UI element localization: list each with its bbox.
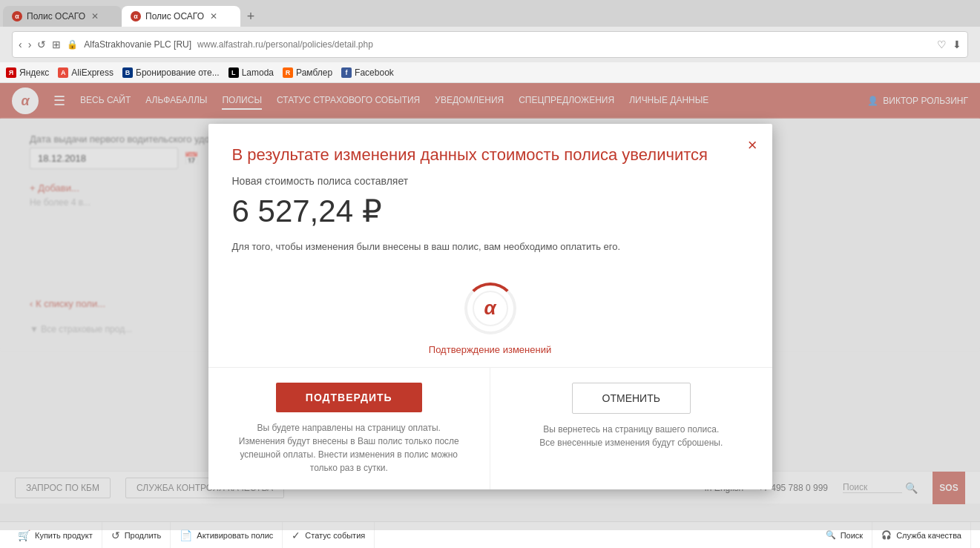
download-icon[interactable]: ⬇ (953, 39, 961, 50)
renew-icon: ↺ (111, 529, 120, 541)
modal-close-button[interactable]: × (748, 136, 757, 155)
spinner-container: α (461, 279, 520, 338)
back-button[interactable]: ‹ (19, 39, 22, 50)
toolbar-status-label: Статус события (305, 531, 365, 540)
cancel-note: Вы вернетесь на страницу вашего полиса. … (539, 423, 723, 449)
toolbar-search-label: Поиск (841, 531, 863, 540)
bookmark-lamoda[interactable]: L Lamoda (228, 67, 274, 78)
modal-footer: ПОДТВЕРДИТЬ Вы будете направлены на стра… (208, 367, 772, 489)
bookmark-facebook[interactable]: f Facebook (341, 67, 394, 78)
toolbar-activate-label: Активировать полис (197, 531, 273, 540)
toolbar-service-label: Служба качества (896, 531, 961, 540)
bookmark-aliexpress-icon: A (58, 67, 68, 78)
bookmark-facebook-label: Facebook (355, 67, 394, 78)
tab-2-label: Полис ОСАГО (145, 11, 204, 22)
modal-body: Новая стоимость полиса составляет 6 527,… (208, 175, 772, 267)
buy-icon: 🛒 (18, 529, 30, 541)
bookmark-lamoda-icon: L (228, 67, 239, 78)
address-bar: ‹ › ↺ ⊞ 🔒 AlfaStrakhovanie PLC [RU] www.… (12, 31, 968, 58)
bookmarks-bar: Я Яндекс A AliExpress B Бронирование оте… (0, 62, 980, 83)
toolbar-search-icon: 🔍 (826, 530, 836, 540)
bookmark-yandex-label: Яндекс (19, 67, 49, 78)
cancel-button[interactable]: ОТМЕНИТЬ (572, 383, 691, 414)
bookmark-rambler-label: Рамблер (296, 67, 332, 78)
bookmark-booking[interactable]: B Бронирование оте... (122, 67, 220, 78)
refresh-button[interactable]: ↺ (37, 39, 46, 50)
tab-2-favicon: α (131, 11, 141, 22)
activate-icon: 📄 (180, 529, 192, 541)
home-button[interactable]: ⊞ (52, 39, 61, 50)
address-actions: ♡ ⬇ (937, 39, 961, 50)
spinner-logo: α (473, 291, 508, 326)
modal-dialog: × В результате изменения данных стоимост… (208, 124, 772, 489)
modal-note: Для того, чтобы изменения были внесены в… (232, 241, 749, 252)
modal-subtitle: Новая стоимость полиса составляет (232, 175, 749, 187)
modal-title: В результате изменения данных стоимость … (232, 145, 749, 166)
tab-2[interactable]: α Полис ОСАГО ✕ (122, 6, 240, 27)
modal-header: В результате изменения данных стоимость … (208, 124, 772, 175)
bookmark-yandex-icon: Я (6, 67, 16, 78)
forward-button[interactable]: › (28, 39, 32, 50)
bookmark-facebook-icon: f (341, 67, 352, 78)
modal-loading: α Подтверждение изменений (208, 267, 772, 367)
bookmark-rambler-icon: R (283, 67, 293, 78)
bookmark-lamoda-label: Lamoda (242, 67, 274, 78)
confirm-button[interactable]: ПОДТВЕРДИТЬ (276, 383, 422, 412)
tab-bar: α Полис ОСАГО ✕ α Полис ОСАГО ✕ + (0, 0, 980, 27)
spinner-logo-text: α (484, 297, 496, 320)
tab-1-label: Полис ОСАГО (27, 11, 85, 22)
toolbar-buy-label: Купить продукт (35, 531, 93, 540)
toolbar-renew-label: Продлить (125, 531, 162, 540)
tab-1-favicon: α (12, 11, 22, 22)
bookmark-booking-label: Бронирование оте... (136, 67, 220, 78)
site-name: AlfaStrakhovanie PLC [RU] (84, 39, 191, 50)
tab-2-close[interactable]: ✕ (210, 11, 217, 22)
modal-footer-left: ПОДТВЕРДИТЬ Вы будете направлены на стра… (208, 368, 490, 489)
modal-price: 6 527,24 ₽ (232, 193, 749, 229)
bookmark-yandex[interactable]: Я Яндекс (6, 67, 49, 78)
toolbar-service-icon: 🎧 (881, 530, 892, 540)
bookmark-rambler[interactable]: R Рамблер (283, 67, 332, 78)
bookmark-icon[interactable]: ♡ (937, 39, 947, 50)
spinner-label: Подтверждение изменений (429, 344, 551, 355)
tab-1-close[interactable]: ✕ (91, 11, 99, 22)
tab-1[interactable]: α Полис ОСАГО ✕ (3, 6, 122, 27)
status-icon: ✓ (292, 529, 300, 541)
modal-footer-right: ОТМЕНИТЬ Вы вернетесь на страницу вашего… (490, 368, 772, 489)
modal-overlay: × В результате изменения данных стоимост… (0, 83, 980, 530)
bookmark-aliexpress-label: AliExpress (71, 67, 114, 78)
ssl-lock-icon: 🔒 (67, 39, 78, 50)
site-wrapper: α ☰ ВЕСЬ САЙТ АЛЬФАБАЛЛЫ ПОЛИСЫ СТАТУС С… (0, 83, 980, 530)
confirm-note: Вы будете направлены на страницу оплаты.… (239, 421, 459, 475)
url-display[interactable]: www.alfastrah.ru/personal/policies/detai… (197, 39, 931, 50)
new-tab-button[interactable]: + (240, 6, 261, 27)
bookmark-aliexpress[interactable]: A AliExpress (58, 67, 114, 78)
bookmark-booking-icon: B (122, 67, 133, 78)
